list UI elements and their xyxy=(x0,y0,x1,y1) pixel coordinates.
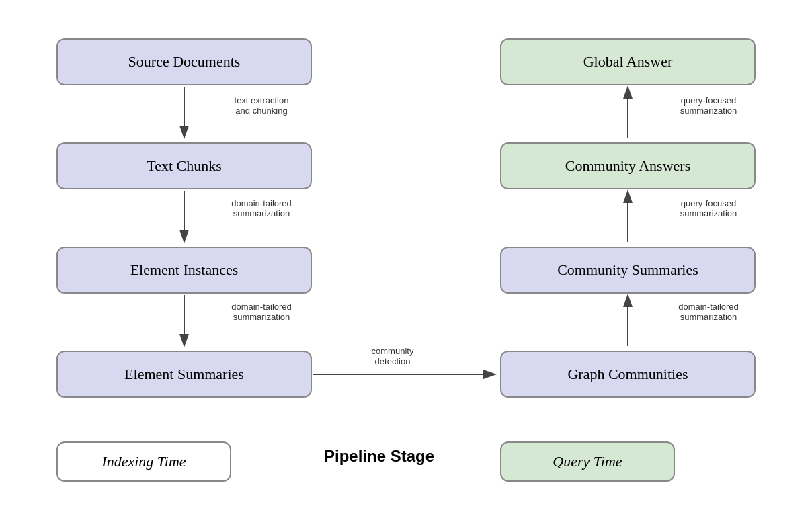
arrow-label-1: text extractionand chunking xyxy=(194,95,329,116)
source-documents-box: Source Documents xyxy=(56,38,312,85)
community-summaries-box: Community Summaries xyxy=(500,247,756,294)
graph-communities-box: Graph Communities xyxy=(500,351,756,398)
community-answers-label: Community Answers xyxy=(565,157,690,175)
element-instances-label: Element Instances xyxy=(130,261,239,279)
community-summaries-label: Community Summaries xyxy=(557,261,698,279)
element-summaries-box: Element Summaries xyxy=(56,351,312,398)
r-arrow-label-3: domain-tailoredsummarization xyxy=(641,302,776,322)
text-chunks-label: Text Chunks xyxy=(147,157,222,175)
text-chunks-box: Text Chunks xyxy=(56,142,312,189)
r-arrow-label-1: query-focusedsummarization xyxy=(641,95,776,116)
element-instances-box: Element Instances xyxy=(56,247,312,294)
pipeline-stage-label: Pipeline Stage xyxy=(285,447,473,466)
diagram: Source Documents Text Chunks Element Ins… xyxy=(23,18,789,489)
query-time-label: Query Time xyxy=(553,453,622,470)
global-answer-box: Global Answer xyxy=(500,38,756,85)
cross-arrow-label: communitydetection xyxy=(332,346,453,366)
community-answers-box: Community Answers xyxy=(500,142,756,189)
arrow-label-3: domain-tailoredsummarization xyxy=(194,302,329,322)
indexing-time-box: Indexing Time xyxy=(56,441,231,482)
graph-communities-label: Graph Communities xyxy=(567,366,688,383)
query-time-box: Query Time xyxy=(500,441,675,482)
source-documents-label: Source Documents xyxy=(128,53,241,71)
element-summaries-label: Element Summaries xyxy=(124,366,244,383)
r-arrow-label-2: query-focusedsummarization xyxy=(641,198,776,218)
arrow-label-2: domain-tailoredsummarization xyxy=(194,198,329,218)
indexing-time-label: Indexing Time xyxy=(102,453,186,470)
global-answer-label: Global Answer xyxy=(583,53,673,71)
